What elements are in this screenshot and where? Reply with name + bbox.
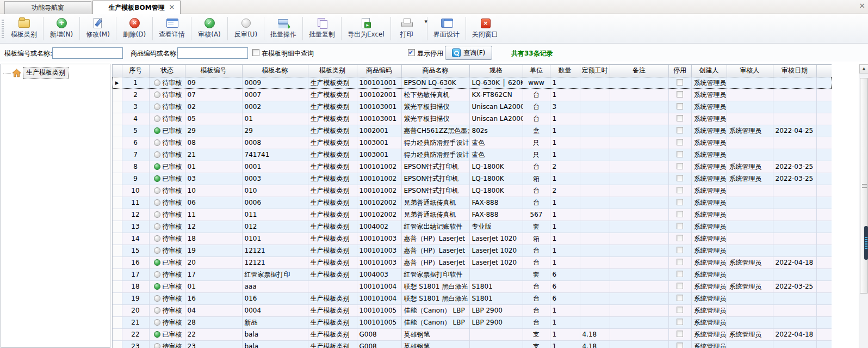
- disable-checkbox[interactable]: [677, 139, 683, 145]
- scrollbar-thumb[interactable]: [860, 78, 868, 294]
- cell-name[interactable]: bala: [242, 340, 308, 348]
- cell-auditor[interactable]: [727, 292, 773, 304]
- cell-unit[interactable]: 567: [523, 209, 550, 221]
- cell-spec[interactable]: 蓝色: [469, 149, 523, 161]
- table-row[interactable]: 5已审核2929生产模板类别1002001惠普CH561ZZ黑色墨盒802s盒1…: [113, 125, 832, 137]
- cell-audit_date[interactable]: [773, 209, 816, 221]
- cell-creator[interactable]: 系统管理员: [691, 328, 727, 340]
- cell-status[interactable]: 已审核: [149, 161, 185, 173]
- disable-checkbox[interactable]: [677, 343, 683, 348]
- cell-unit[interactable]: 箱: [523, 233, 550, 245]
- table-row[interactable]: 20待审核040004生产模板类别100101005佳能（Canon） LBPL…: [113, 304, 832, 316]
- cell-hours[interactable]: [580, 113, 610, 125]
- cell-creator[interactable]: 系统管理员: [691, 125, 727, 137]
- cell-code[interactable]: 29: [185, 125, 242, 137]
- cell-seq[interactable]: 16: [122, 257, 149, 268]
- cell-creator[interactable]: 系统管理员: [691, 137, 727, 149]
- cell-qty[interactable]: 1: [550, 257, 580, 268]
- cell-product_code[interactable]: 100102002: [357, 197, 401, 209]
- cell-product_name[interactable]: EPSON针式打印机: [401, 173, 469, 185]
- table-row[interactable]: 14待审核180101生产模板类别100101003惠普（HP）LaserJet…: [113, 233, 832, 245]
- cell-code[interactable]: 05: [185, 113, 242, 125]
- cell-status[interactable]: 待审核: [149, 268, 185, 280]
- cell-disabled[interactable]: [668, 328, 691, 340]
- print-button[interactable]: 打印▼: [392, 14, 426, 43]
- cell-category[interactable]: 生产模板类别: [308, 268, 357, 280]
- cell-spec[interactable]: LQ-1800K: [469, 173, 523, 185]
- cell-status[interactable]: 待审核: [149, 209, 185, 221]
- cell-spec[interactable]: Uniscan LA2000: [469, 101, 523, 113]
- cell-category[interactable]: 生产模板类别: [308, 149, 357, 161]
- cell-unit[interactable]: 套: [523, 268, 550, 280]
- cell-qty[interactable]: 1: [550, 149, 580, 161]
- cell-code[interactable]: 02: [185, 101, 242, 113]
- row-indicator-cell[interactable]: [113, 304, 122, 316]
- cell-audit_date[interactable]: [773, 292, 816, 304]
- row-indicator-cell[interactable]: [113, 280, 122, 292]
- cell-qty[interactable]: 1: [550, 113, 580, 125]
- cell-code[interactable]: 16: [185, 292, 242, 304]
- cell-category[interactable]: [308, 280, 357, 292]
- cell-auditor[interactable]: [727, 77, 773, 89]
- cell-creator[interactable]: 系统管理员: [691, 185, 727, 197]
- cell-code[interactable]: 20: [185, 257, 242, 268]
- cell-creator[interactable]: 系统管理员: [691, 245, 727, 257]
- cell-seq[interactable]: 1: [122, 77, 149, 89]
- column-header-11[interactable]: 定额工时: [580, 65, 610, 77]
- column-header-5[interactable]: 模板类别: [308, 65, 357, 77]
- cell-product_code[interactable]: 100101005: [357, 316, 401, 328]
- cell-qty[interactable]: 2: [550, 161, 580, 173]
- tab-bom-management[interactable]: 生产模板BOM管理 ×: [92, 1, 181, 15]
- cell-seq[interactable]: 3: [122, 101, 149, 113]
- cell-remark[interactable]: [610, 101, 668, 113]
- cell-audit_date[interactable]: [773, 233, 816, 245]
- cell-qty[interactable]: 1: [550, 173, 580, 185]
- cell-qty[interactable]: 1: [550, 328, 580, 340]
- delete-button[interactable]: 删除(D): [117, 14, 152, 43]
- cell-product_code[interactable]: 100102001: [357, 89, 401, 101]
- scroll-up-icon[interactable]: ▲: [859, 64, 868, 74]
- cell-category[interactable]: 生产模板类别: [308, 328, 357, 340]
- table-row[interactable]: 18已审核01aaa100101004联想 S1801 黑白激光S1801台6系…: [113, 280, 832, 292]
- cell-status[interactable]: 待审核: [149, 316, 185, 328]
- cell-unit[interactable]: www: [523, 77, 550, 89]
- cell-category[interactable]: 生产模板类别: [308, 101, 357, 113]
- cell-disabled[interactable]: [668, 113, 691, 125]
- cell-product_name[interactable]: 联想 S1801 黑白激光: [401, 292, 469, 304]
- cell-auditor[interactable]: [727, 304, 773, 316]
- cell-creator[interactable]: 系统管理员: [691, 221, 727, 233]
- cell-qty[interactable]: 6: [550, 268, 580, 280]
- cell-remark[interactable]: [610, 280, 668, 292]
- cell-code[interactable]: 18: [185, 233, 242, 245]
- cell-remark[interactable]: [610, 89, 668, 101]
- cell-audit_date[interactable]: [773, 340, 816, 348]
- cell-category[interactable]: 生产模板类别: [308, 257, 357, 268]
- ui-design-button[interactable]: 界面设计: [428, 14, 465, 43]
- cell-seq[interactable]: 21: [122, 316, 149, 328]
- cell-spec[interactable]: LQ-1800K: [469, 161, 523, 173]
- disable-checkbox[interactable]: [677, 259, 683, 265]
- cell-creator[interactable]: 系统管理员: [691, 304, 727, 316]
- cell-hours[interactable]: [580, 257, 610, 268]
- disable-checkbox[interactable]: [677, 283, 683, 289]
- cell-product_code[interactable]: 100101002: [357, 173, 401, 185]
- cell-code[interactable]: 07: [185, 89, 242, 101]
- cell-remark[interactable]: [610, 137, 668, 149]
- table-row[interactable]: 2待审核070007生产模板类别100102001松下热敏传真机KX-FT862…: [113, 89, 832, 101]
- row-indicator-cell[interactable]: [113, 316, 122, 328]
- cell-auditor[interactable]: 系统管理员: [727, 125, 773, 137]
- cell-qty[interactable]: 1: [550, 77, 580, 89]
- disable-checkbox[interactable]: [677, 199, 683, 205]
- cell-product_name[interactable]: 兄弟普通纸传真机: [401, 209, 469, 221]
- cell-disabled[interactable]: [668, 89, 691, 101]
- cell-disabled[interactable]: [668, 149, 691, 161]
- cell-auditor[interactable]: 系统管理员: [727, 280, 773, 292]
- cell-disabled[interactable]: [668, 292, 691, 304]
- row-indicator-cell[interactable]: [113, 328, 122, 340]
- row-indicator-cell[interactable]: [113, 221, 122, 233]
- cell-unit[interactable]: 盒: [523, 125, 550, 137]
- row-indicator-cell[interactable]: [113, 257, 122, 268]
- cell-auditor[interactable]: [727, 185, 773, 197]
- cell-disabled[interactable]: [668, 209, 691, 221]
- cell-unit[interactable]: 套: [523, 221, 550, 233]
